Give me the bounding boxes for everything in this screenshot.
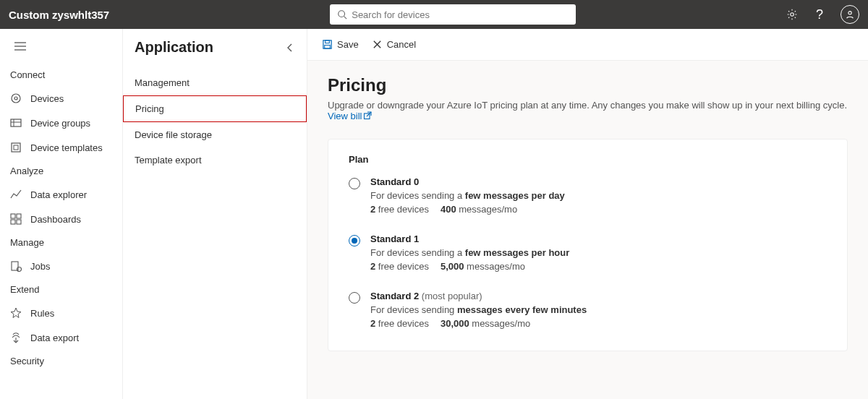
svg-point-7 [12, 94, 20, 103]
nav-section-manage: Manage [0, 231, 122, 254]
nav-label: Jobs [30, 261, 50, 272]
nav-item-device-templates[interactable]: Device templates [0, 135, 122, 160]
cancel-label: Cancel [387, 39, 416, 50]
search-icon [337, 9, 347, 20]
account-button[interactable] [841, 5, 859, 24]
nav-label: Device templates [30, 142, 103, 153]
content-panel: Save Cancel Pricing Upgrade or downgrade… [307, 29, 868, 399]
svg-point-19 [17, 267, 22, 272]
data-export-icon [10, 332, 22, 343]
plan-description: For devices sending messages every few m… [370, 304, 587, 315]
topbar-actions: ? [786, 5, 859, 24]
svg-rect-12 [12, 143, 20, 152]
svg-line-1 [344, 17, 347, 20]
svg-rect-9 [11, 119, 21, 126]
sub-nav-template-export[interactable]: Template export [123, 147, 307, 173]
svg-rect-14 [11, 214, 15, 218]
device-templates-icon [10, 142, 22, 153]
svg-rect-23 [325, 45, 331, 48]
help-icon: ? [816, 7, 823, 22]
nav-section-connect: Connect [0, 64, 122, 86]
plan-limits: 2 free devices5,000 messages/mo [370, 261, 569, 272]
sub-nav-pricing[interactable]: Pricing [123, 95, 307, 122]
nav-item-dashboards[interactable]: Dashboards [0, 207, 122, 231]
external-link-icon [363, 111, 372, 120]
plan-option-standard-0[interactable]: Standard 0 For devices sending a few mes… [349, 176, 827, 215]
nav-section-security: Security [0, 350, 122, 372]
save-icon [322, 39, 333, 50]
nav-section-analyze: Analyze [0, 160, 122, 182]
collapse-panel-button[interactable] [285, 43, 295, 53]
nav-label: Dashboards [30, 214, 81, 225]
plan-option-standard-2[interactable]: Standard 2 (most popular) For devices se… [349, 291, 827, 329]
search-container [330, 4, 576, 25]
save-label: Save [337, 39, 359, 50]
nav-label: Devices [30, 93, 64, 104]
plan-card: Plan Standard 0 For devices sending a fe… [328, 139, 848, 351]
nav-item-data-explorer[interactable]: Data explorer [0, 182, 122, 207]
search-input[interactable] [330, 4, 576, 25]
view-bill-link[interactable]: View bill [328, 111, 372, 121]
page-title: Pricing [328, 75, 848, 95]
command-bar: Save Cancel [307, 29, 868, 61]
page-subtitle: Upgrade or downgrade your Azure IoT pric… [328, 100, 848, 121]
svg-rect-17 [17, 220, 21, 224]
app-title: Custom zyswhlt357 [9, 9, 109, 21]
sub-nav-management[interactable]: Management [123, 70, 307, 95]
jobs-icon [10, 260, 22, 272]
plan-name: Standard 1 [370, 233, 419, 244]
plan-name: Standard 0 [370, 176, 419, 187]
svg-line-27 [367, 112, 371, 116]
svg-rect-15 [17, 214, 21, 218]
plan-limits: 2 free devices400 messages/mo [370, 204, 565, 215]
dashboards-icon [10, 213, 22, 225]
hamburger-icon [14, 42, 26, 51]
primary-sidebar: Connect Devices Device groups Device tem… [0, 29, 123, 399]
user-icon [845, 9, 855, 20]
gear-icon [786, 8, 799, 21]
secondary-sidebar-title: Application [135, 39, 213, 56]
radio-standard-0[interactable] [349, 178, 360, 189]
device-groups-icon [10, 117, 22, 129]
plan-description: For devices sending a few messages per d… [370, 190, 565, 201]
nav-item-devices[interactable]: Devices [0, 86, 122, 111]
nav-label: Data export [30, 332, 79, 343]
svg-point-2 [791, 13, 794, 17]
nav-label: Rules [30, 308, 54, 319]
nav-item-data-export[interactable]: Data export [0, 325, 122, 350]
subtitle-text: Upgrade or downgrade your Azure IoT pric… [328, 100, 847, 111]
rules-icon [10, 307, 22, 319]
plan-card-header: Plan [349, 154, 827, 165]
nav-item-rules[interactable]: Rules [0, 301, 122, 325]
top-bar: Custom zyswhlt357 ? [0, 0, 868, 29]
devices-icon [10, 93, 22, 104]
data-explorer-icon [10, 189, 22, 200]
nav-label: Device groups [30, 118, 90, 129]
svg-rect-13 [14, 145, 18, 150]
plan-description: For devices sending a few messages per h… [370, 247, 569, 258]
nav-item-jobs[interactable]: Jobs [0, 254, 122, 278]
save-button[interactable]: Save [322, 39, 359, 50]
secondary-sidebar: Application Management Pricing Device fi… [123, 29, 307, 399]
radio-standard-2[interactable] [349, 292, 360, 304]
nav-section-extend: Extend [0, 278, 122, 301]
sub-nav-device-file-storage[interactable]: Device file storage [123, 122, 307, 147]
plan-option-standard-1[interactable]: Standard 1 For devices sending a few mes… [349, 233, 827, 272]
plan-limits: 2 free devices30,000 messages/mo [370, 318, 587, 329]
svg-point-0 [339, 11, 345, 17]
main-area: Connect Devices Device groups Device tem… [0, 29, 868, 399]
nav-item-device-groups[interactable]: Device groups [0, 111, 122, 135]
help-button[interactable]: ? [813, 8, 826, 21]
plan-name: Standard 2 [370, 291, 419, 301]
close-icon [372, 39, 383, 50]
nav-label: Data explorer [30, 189, 87, 200]
plan-tag: (most popular) [419, 291, 482, 301]
collapse-sidebar-button[interactable] [0, 36, 122, 64]
radio-standard-1[interactable] [349, 235, 360, 246]
svg-point-3 [848, 12, 851, 14]
settings-button[interactable] [786, 8, 799, 21]
svg-rect-16 [11, 220, 15, 224]
cancel-button[interactable]: Cancel [372, 39, 416, 50]
svg-point-8 [14, 97, 17, 100]
